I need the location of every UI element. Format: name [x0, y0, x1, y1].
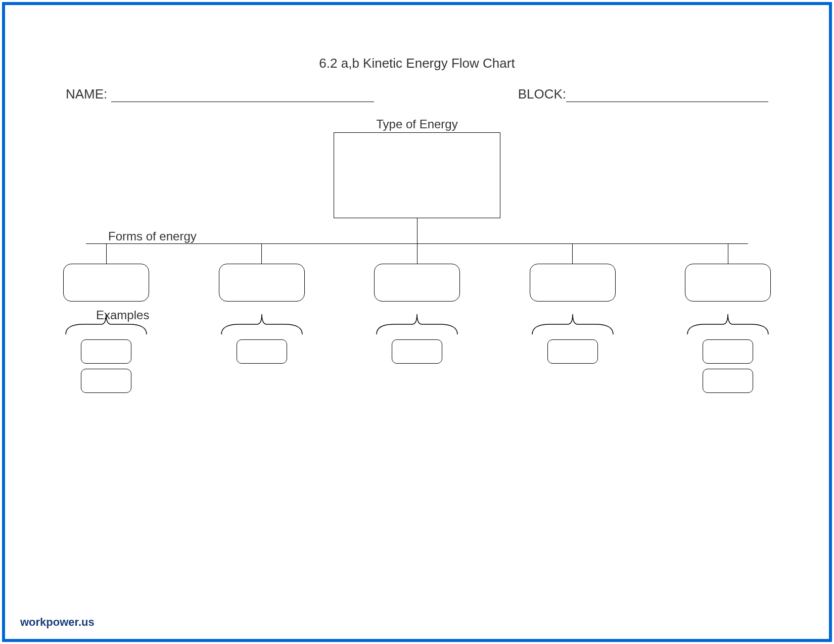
- block-label: BLOCK:: [518, 86, 566, 102]
- examples-col-3: [366, 339, 468, 393]
- watermark: workpower.us: [20, 616, 95, 629]
- connector-line: [417, 218, 418, 243]
- branch-3: [366, 243, 468, 302]
- curly-brace-icon: [527, 312, 618, 337]
- brace-2: [211, 312, 312, 337]
- example-box[interactable]: [547, 339, 598, 364]
- examples-col-2: [211, 339, 312, 393]
- curly-brace-icon: [216, 312, 307, 337]
- example-box[interactable]: [237, 339, 287, 364]
- form-box[interactable]: [374, 264, 460, 302]
- curly-brace-icon: [682, 312, 773, 337]
- example-box[interactable]: [703, 339, 753, 364]
- type-of-energy-label: Type of Energy: [376, 117, 457, 131]
- forms-of-energy-label: Forms of energy: [106, 229, 199, 243]
- branch-1: [56, 243, 157, 302]
- branch-5: [677, 243, 778, 302]
- curly-brace-icon: [61, 312, 152, 337]
- form-box[interactable]: [530, 264, 616, 302]
- example-box[interactable]: [392, 339, 442, 364]
- example-box[interactable]: [703, 369, 753, 393]
- examples-col-4: [522, 339, 623, 393]
- form-box[interactable]: [63, 264, 149, 302]
- branch-4: [522, 243, 623, 302]
- example-box[interactable]: [81, 369, 131, 393]
- page-title: 6.2 a,b Kinetic Energy Flow Chart: [35, 56, 799, 71]
- connector-line: [572, 243, 573, 264]
- connector-line: [106, 243, 107, 264]
- connector-line: [417, 243, 418, 264]
- connector-line: [261, 243, 262, 264]
- brace-5: [677, 312, 778, 337]
- name-field: NAME:: [66, 86, 374, 102]
- brace-4: [522, 312, 623, 337]
- branch-2: [211, 243, 312, 302]
- connector-line: [728, 243, 728, 264]
- name-label: NAME:: [66, 86, 107, 102]
- example-box[interactable]: [81, 339, 131, 364]
- curly-brace-icon: [372, 312, 462, 337]
- block-field: BLOCK:: [518, 86, 768, 102]
- worksheet: 6.2 a,b Kinetic Energy Flow Chart NAME: …: [35, 30, 799, 593]
- form-box[interactable]: [685, 264, 771, 302]
- examples-col-5: [677, 339, 778, 393]
- examples-col-1: [56, 339, 157, 393]
- name-input-line[interactable]: [111, 102, 374, 102]
- brace-1: [56, 312, 157, 337]
- block-input-line[interactable]: [566, 102, 768, 102]
- type-of-energy-box[interactable]: [334, 132, 500, 218]
- flow-chart-diagram: Type of Energy Forms of energy: [35, 117, 799, 481]
- form-box[interactable]: [219, 264, 305, 302]
- brace-3: [366, 312, 468, 337]
